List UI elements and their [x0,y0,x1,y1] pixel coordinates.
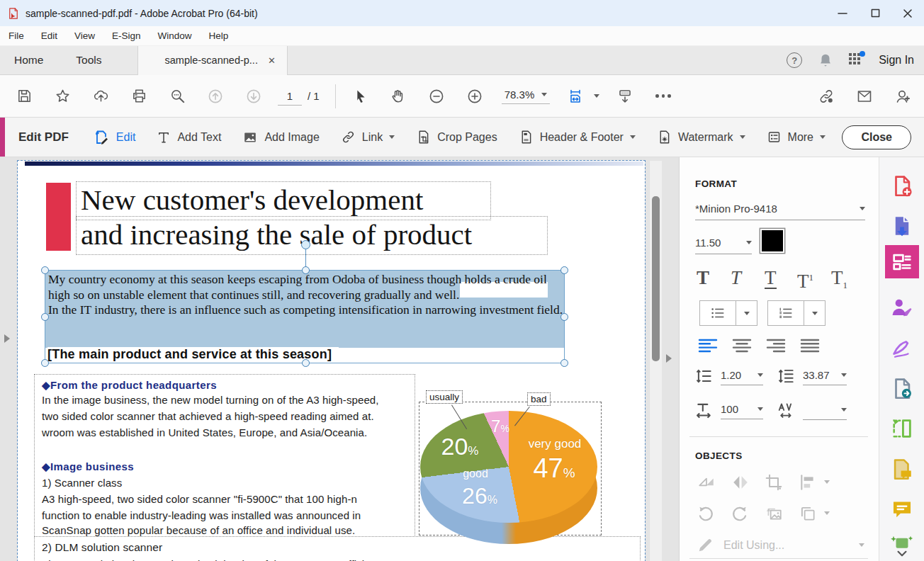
selection-handle-top-center[interactable] [302,266,310,274]
bullet-list-button[interactable] [700,301,736,325]
help-icon[interactable]: ? [787,52,802,68]
link-button[interactable]: Link [341,130,395,144]
edit-tool-button[interactable]: Edit [93,129,136,146]
left-panel-expand-icon[interactable] [4,334,10,343]
align-objects-caret-icon[interactable] [824,480,830,484]
selection-handle-mid-right[interactable] [560,313,568,321]
horizontal-scale-select[interactable]: 100 [721,403,763,419]
italic-button[interactable]: T [731,268,741,288]
request-signatures-icon[interactable] [890,296,914,320]
vertical-scrollbar[interactable] [649,161,662,561]
selection-handle-top-left[interactable] [41,266,49,274]
selection-handle-bottom-left[interactable] [41,359,49,367]
star-favorite-icon[interactable] [48,82,77,110]
hand-tool-icon[interactable] [384,82,412,110]
rotate-clockwise-button[interactable] [731,504,750,523]
header-footer-button[interactable]: Header & Footer [519,130,636,144]
edit-pdf-tool-icon[interactable] [890,250,914,274]
paragraph-spacing-select[interactable]: 33.87 [803,369,847,385]
share-for-review-icon[interactable] [890,377,914,401]
menu-help[interactable]: Help [209,30,229,41]
more-tools-icon[interactable] [649,82,677,110]
align-justify-button[interactable] [800,338,820,353]
print-icon[interactable] [125,82,153,110]
pdf-page[interactable]: New customer's development and increasin… [18,161,645,561]
tab-close-icon[interactable]: ✕ [268,55,276,66]
search-icon[interactable] [163,82,191,110]
crop-pages-button[interactable]: Crop Pages [416,130,497,144]
menu-view[interactable]: View [74,30,95,41]
align-right-button[interactable] [766,338,786,353]
edit-using-label[interactable]: Edit Using... [723,539,784,552]
subscript-button[interactable]: T1 [831,268,847,295]
minimize-button[interactable] [826,0,859,26]
add-account-icon[interactable] [889,82,917,110]
font-size-select[interactable]: 11.50 [695,237,752,254]
rail-expand-chevron-icon[interactable] [890,544,914,561]
create-pdf-icon[interactable] [890,174,914,198]
menu-file[interactable]: File [9,30,24,41]
comment-icon[interactable] [890,497,914,521]
apps-grid-icon[interactable] [849,53,863,67]
add-text-button[interactable]: Add Text [157,130,221,144]
menu-edit[interactable]: Edit [41,30,57,41]
page-number-input[interactable] [278,87,302,106]
right-panel-collapse-icon[interactable] [666,354,672,363]
page-display-icon[interactable] [611,82,639,110]
underline-button[interactable]: T [765,268,777,289]
fit-width-caret-icon[interactable] [594,94,599,98]
menu-esign[interactable]: E-Sign [112,30,141,41]
bullet-list-caret-button[interactable] [736,301,757,325]
zoom-out-icon[interactable] [422,82,451,110]
replace-image-button[interactable] [765,504,784,523]
fit-width-icon[interactable] [561,82,590,110]
selection-handle-mid-left[interactable] [41,313,49,321]
menu-window[interactable]: Window [158,30,192,41]
cloud-upload-icon[interactable] [86,82,115,110]
more-button[interactable]: More [767,130,826,144]
sign-in-button[interactable]: Sign In [879,54,914,67]
rotate-counterclockwise-button[interactable] [697,504,716,523]
zoom-level-select[interactable]: 78.3% [502,89,551,104]
section-textbox-left[interactable]: ◆From the product headquarters In the im… [35,375,415,536]
tab-home[interactable]: Home [4,46,53,75]
close-edit-pdf-button[interactable]: Close [842,125,911,149]
selection-handle-bottom-center[interactable] [302,359,310,367]
align-objects-button[interactable] [799,473,818,492]
select-tool-icon[interactable] [346,82,374,110]
maximize-button[interactable] [859,0,891,26]
notifications-bell-icon[interactable] [818,52,833,68]
crop-object-button[interactable] [765,473,784,492]
align-left-button[interactable] [698,338,718,353]
email-icon[interactable] [850,82,879,110]
numbered-list-caret-button[interactable] [804,301,825,325]
selected-text-block[interactable]: My country economy at this season keeps … [45,270,565,363]
scrollbar-thumb[interactable] [652,196,660,361]
align-center-button[interactable] [732,338,752,353]
edit-using-caret-icon[interactable] [859,543,864,547]
heading-line1-textbox[interactable]: New customer's development [77,182,490,220]
numbered-list-button[interactable] [768,301,804,325]
kerning-select[interactable] [803,403,847,420]
organize-pages-icon[interactable] [890,416,914,441]
font-color-swatch[interactable] [762,230,783,251]
line-spacing-select[interactable]: 1.20 [721,369,763,385]
tab-tools[interactable]: Tools [66,46,111,75]
tab-document[interactable]: sample-scanned-p... ✕ [137,46,288,75]
save-icon[interactable] [10,82,38,110]
selection-handle-top-right[interactable] [560,266,568,274]
add-image-button[interactable]: Add Image [242,130,319,145]
arrange-objects-button[interactable] [799,504,818,523]
flip-horizontal-button[interactable] [731,473,750,492]
request-comments-icon[interactable] [890,458,914,482]
fill-and-sign-icon[interactable] [890,336,914,360]
zoom-in-icon[interactable] [461,82,489,110]
superscript-button[interactable]: T1 [797,268,813,291]
selection-handle-bottom-right[interactable] [560,359,568,367]
bold-button[interactable]: T [697,268,709,288]
watermark-button[interactable]: Watermark [657,130,745,144]
close-window-button[interactable] [891,0,924,26]
flip-vertical-button[interactable] [697,473,716,492]
heading-line2-textbox[interactable]: and increasing the sale of product [77,217,547,254]
export-pdf-icon[interactable] [890,214,914,238]
